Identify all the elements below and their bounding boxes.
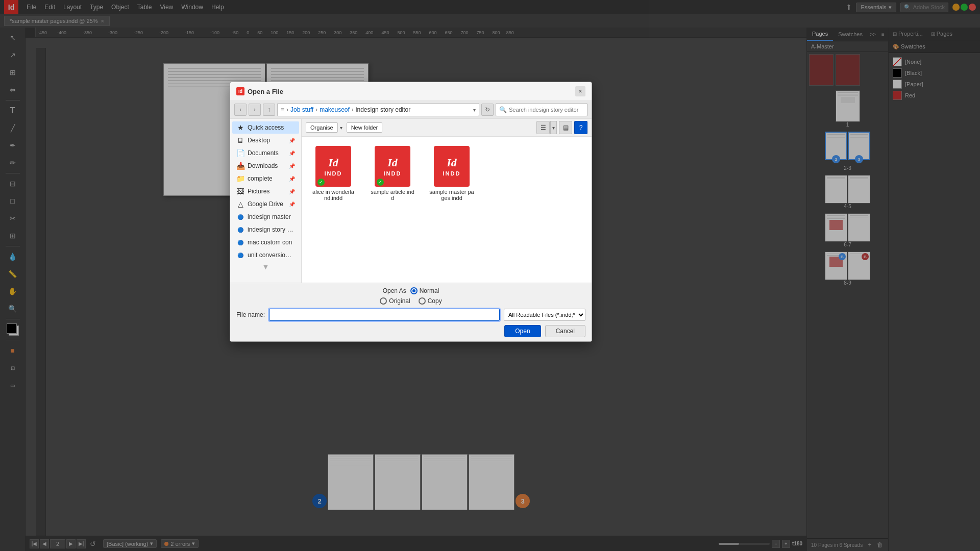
filename-row: File name: All Readable Files (*.indd;*.…: [236, 309, 585, 321]
dialog-app-icon: Id: [236, 87, 244, 95]
sidebar-mac-custom-con[interactable]: 🔵 mac custom con: [232, 236, 299, 248]
indd-label-text: INDD: [443, 170, 461, 177]
path-dropdown-icon[interactable]: ▾: [473, 107, 476, 113]
indesign-story-ed-icon: 🔵: [236, 226, 244, 234]
unit-conversion-icon: 🔵: [236, 251, 244, 259]
documents-icon: 📄: [236, 149, 244, 157]
organise-button[interactable]: Organise: [306, 122, 338, 133]
details-view-btn[interactable]: ▤: [559, 121, 572, 134]
dialog-nav: ‹ › ↑ ≡ › Job stuff › makeuseof › indesi…: [230, 101, 592, 119]
indd-label-text: INDD: [325, 170, 342, 177]
radio-normal[interactable]: Normal: [410, 287, 439, 294]
file-name-article: sample article.indd: [370, 189, 415, 201]
sidebar-item-label: indesign story ed: [248, 226, 293, 233]
files-grid: Id INDD ✓ alice in wonderland.indd Id IN…: [302, 137, 592, 283]
open-button[interactable]: Open: [504, 325, 541, 337]
indesign-master-icon: 🔵: [236, 213, 244, 221]
filename-input[interactable]: [269, 309, 500, 321]
pin-icon: 📌: [289, 189, 295, 194]
dialog-main-area: Organise ▾ New folder ☰ ▾ ▤ ?: [302, 119, 592, 283]
pin-icon: 📌: [289, 151, 295, 156]
path-root-icon: ≡: [281, 106, 284, 113]
radio-copy-btn[interactable]: [419, 297, 426, 305]
indd-file-icon-article: Id INDD ✓: [375, 146, 410, 187]
pin-icon: 📌: [289, 176, 295, 182]
quick-access-icon: ★: [236, 123, 244, 132]
sidebar-item-label: indesign master: [248, 213, 291, 220]
sidebar-complete[interactable]: 📁 complete 📌: [232, 172, 299, 185]
radio-original-label: Original: [389, 297, 410, 305]
sidebar-unit-conversion[interactable]: 🔵 unit conversion a: [232, 249, 299, 261]
sidebar-downloads[interactable]: 📥 Downloads 📌: [232, 160, 299, 172]
view-dropdown-icon[interactable]: ▾: [550, 121, 557, 134]
sidebar-item-label: Quick access: [248, 124, 284, 131]
refresh-button[interactable]: ↻: [481, 104, 494, 116]
file-item-master-pages[interactable]: Id INDD sample master pages.indd: [426, 143, 477, 204]
dialog-overlay: Id Open a File × ‹ › ↑ ≡ › Job stuff › m…: [0, 0, 980, 551]
list-view-btn[interactable]: ☰: [536, 121, 550, 134]
radio-copy[interactable]: Copy: [419, 297, 442, 305]
sidebar-pictures[interactable]: 🖼 Pictures 📌: [232, 185, 299, 197]
dialog-bottom: Open As Normal Original Copy File: [230, 283, 592, 341]
sidebar-quick-access[interactable]: ★ Quick access: [232, 121, 299, 134]
sidebar-documents[interactable]: 📄 Documents 📌: [232, 147, 299, 159]
back-button[interactable]: ‹: [234, 104, 247, 116]
file-item-sample-article[interactable]: Id INDD ✓ sample article.indd: [367, 143, 418, 204]
path-makeuseof[interactable]: makeuseof: [320, 106, 350, 113]
open-as-row: Open As Normal: [236, 287, 585, 294]
dialog-title: Id Open a File: [236, 87, 283, 95]
sidebar-desktop[interactable]: 🖥 Desktop 📌: [232, 134, 299, 146]
filename-label: File name:: [236, 311, 265, 318]
sidebar-item-label: Desktop: [248, 137, 270, 144]
pin-icon: 📌: [289, 202, 295, 207]
dialog-close-button[interactable]: ×: [575, 86, 585, 96]
indd-label-text: INDD: [384, 170, 402, 177]
path-arrow-2: ›: [315, 106, 317, 113]
organise-btn-group: Organise ▾: [306, 122, 342, 133]
sidebar-google-drive[interactable]: △ Google Drive 📌: [232, 198, 299, 210]
dialog-titlebar: Id Open a File ×: [230, 82, 592, 101]
sidebar-item-label: Documents: [248, 149, 279, 157]
path-current: indesign story editor: [356, 106, 410, 113]
up-button[interactable]: ↑: [263, 104, 275, 116]
pin-icon: 📌: [289, 163, 295, 169]
file-name-master: sample master pages.indd: [429, 189, 474, 201]
sidebar-item-label: Pictures: [248, 188, 270, 195]
radio-copy-label: Copy: [428, 297, 442, 305]
indd-id-text: Id: [387, 156, 398, 169]
path-breadcrumb: ≡ › Job stuff › makeuseof › indesign sto…: [277, 103, 479, 116]
cancel-button[interactable]: Cancel: [545, 325, 585, 337]
path-arrow-3: ›: [352, 106, 354, 113]
file-item-alice[interactable]: Id INDD ✓ alice in wonderland.indd: [308, 143, 359, 204]
pictures-icon: 🖼: [236, 187, 244, 195]
forward-button[interactable]: ›: [249, 104, 261, 116]
radio-original-btn[interactable]: [380, 297, 387, 305]
google-drive-icon: △: [236, 200, 244, 208]
new-folder-button[interactable]: New folder: [347, 122, 383, 133]
mac-custom-con-icon: 🔵: [236, 238, 244, 246]
filetype-select[interactable]: All Readable Files (*.indd;*.indt...: [504, 309, 585, 321]
radio-normal-label: Normal: [420, 287, 439, 294]
sidebar-item-label: Google Drive: [248, 201, 283, 208]
pin-icon: 📌: [289, 138, 295, 143]
dialog-toolbar: Organise ▾ New folder ☰ ▾ ▤ ?: [302, 119, 592, 137]
indd-check-icon: ✓: [317, 179, 325, 186]
file-name-alice: alice in wonderland.indd: [311, 189, 356, 201]
dialog-title-text: Open a File: [248, 88, 283, 95]
dialog-sidebar: ★ Quick access 🖥 Desktop 📌 📄 Documents 📌…: [230, 119, 302, 283]
path-arrow-1: ›: [286, 106, 288, 113]
sidebar-indesign-master[interactable]: 🔵 indesign master: [232, 211, 299, 223]
sidebar-indesign-story-ed[interactable]: 🔵 indesign story ed: [232, 223, 299, 236]
complete-icon: 📁: [236, 174, 244, 183]
view-toggle: ☰ ▾: [536, 121, 557, 134]
sidebar-scroll-down[interactable]: ▼: [230, 262, 301, 272]
search-input[interactable]: [509, 107, 584, 113]
path-job-stuff[interactable]: Job stuff: [290, 106, 313, 113]
help-btn[interactable]: ?: [574, 121, 587, 134]
organise-dropdown-icon[interactable]: ▾: [340, 125, 342, 131]
indd-file-icon-master: Id INDD: [434, 146, 470, 187]
indd-id-text: Id: [447, 156, 457, 169]
radio-normal-btn[interactable]: [410, 287, 418, 294]
radio-original[interactable]: Original: [380, 297, 410, 305]
view-options: ☰ ▾ ▤ ?: [536, 121, 587, 134]
